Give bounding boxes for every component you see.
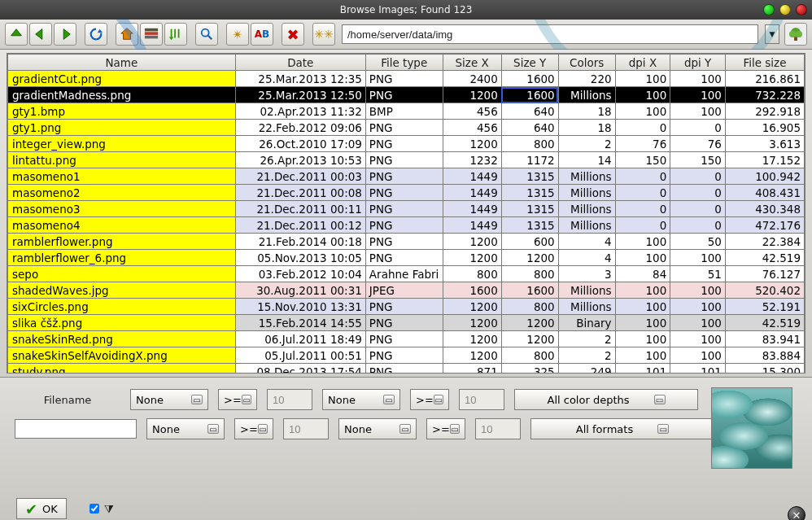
- cell-filetype[interactable]: PNG: [365, 364, 443, 374]
- cell-sizey[interactable]: 1600: [501, 71, 558, 87]
- cell-name[interactable]: study.png: [8, 364, 236, 374]
- table-row[interactable]: masomeno221.Dec.2011 00:08PNG14491315Mil…: [8, 185, 805, 201]
- cell-colors[interactable]: 2: [558, 331, 615, 347]
- cell-dpix[interactable]: 100: [615, 282, 670, 299]
- table-row[interactable]: study.png08.Dec.2013 17:54PNG87132524910…: [8, 364, 805, 374]
- cell-sizey[interactable]: 325: [501, 364, 558, 374]
- cell-sizey[interactable]: 800: [501, 347, 558, 364]
- cell-sizey[interactable]: 1172: [501, 152, 558, 168]
- cell-date[interactable]: 21.Dec.2011 00:11: [235, 201, 365, 217]
- delete-button[interactable]: ✖: [282, 23, 304, 46]
- cell-sizey[interactable]: 1315: [501, 217, 558, 234]
- cell-dpiy[interactable]: 0: [670, 201, 726, 217]
- cell-colors[interactable]: Millions: [558, 185, 615, 201]
- minimize-button[interactable]: [763, 4, 775, 15]
- col-sizey[interactable]: Size Y: [501, 55, 558, 71]
- cell-date[interactable]: 03.Feb.2012 10:04: [235, 266, 365, 282]
- ok-button[interactable]: ✔ OK: [16, 498, 67, 519]
- cell-colors[interactable]: Millions: [558, 282, 615, 299]
- col-date[interactable]: Date: [235, 55, 365, 71]
- cell-date[interactable]: 25.Mar.2013 12:50: [235, 87, 365, 103]
- cell-colors[interactable]: 249: [558, 364, 615, 374]
- cell-colors[interactable]: 3: [558, 266, 615, 282]
- close-window-button[interactable]: [796, 4, 807, 15]
- cell-filetype[interactable]: PNG: [365, 331, 443, 347]
- cell-filetype[interactable]: JPEG: [365, 282, 443, 299]
- cell-sizex[interactable]: 1449: [443, 168, 501, 185]
- cell-filetype[interactable]: PNG: [365, 315, 443, 331]
- cell-name[interactable]: integer_view.png: [8, 136, 236, 152]
- back-button[interactable]: [29, 23, 52, 46]
- filter3-value[interactable]: [283, 418, 329, 439]
- cell-dpix[interactable]: 100: [615, 71, 670, 87]
- cell-filetype[interactable]: PNG: [365, 299, 443, 315]
- cell-dpix[interactable]: 100: [615, 87, 670, 103]
- forward-button[interactable]: [54, 23, 76, 46]
- cell-dpiy[interactable]: 100: [670, 250, 726, 266]
- cell-name[interactable]: gty1.png: [8, 120, 236, 136]
- cell-name[interactable]: lintattu.png: [8, 152, 236, 168]
- cell-filesize[interactable]: 83.884: [725, 347, 804, 364]
- col-sizex[interactable]: Size X: [443, 55, 501, 71]
- cell-filesize[interactable]: 216.861: [725, 71, 804, 87]
- cell-name[interactable]: snakeSkinSelfAvoidingX.png: [8, 347, 236, 364]
- cell-dpix[interactable]: 84: [615, 266, 670, 282]
- cell-dpiy[interactable]: 76: [670, 136, 726, 152]
- filter1-field[interactable]: None▭: [130, 389, 208, 410]
- table-row[interactable]: gty1.bmp02.Apr.2013 11:32BMP456640181001…: [8, 103, 805, 120]
- cell-dpix[interactable]: 150: [615, 152, 670, 168]
- cell-dpiy[interactable]: 50: [670, 234, 726, 250]
- filter1-op[interactable]: >=▭: [218, 389, 257, 410]
- cell-filesize[interactable]: 732.228: [725, 87, 804, 103]
- cell-sizex[interactable]: 800: [443, 266, 501, 282]
- col-fsize[interactable]: File size: [725, 55, 804, 71]
- table-row[interactable]: gty1.png22.Feb.2012 09:06PNG456640180016…: [8, 120, 805, 136]
- cell-filesize[interactable]: 83.941: [725, 331, 804, 347]
- filter-checkbox[interactable]: [89, 504, 99, 513]
- cell-sizey[interactable]: 1315: [501, 185, 558, 201]
- table-row[interactable]: ramblerflower_6.png05.Nov.2013 10:05PNG1…: [8, 250, 805, 266]
- file-table[interactable]: Name Date File type Size X Size Y Colors…: [7, 54, 805, 374]
- cell-colors[interactable]: 4: [558, 250, 615, 266]
- cell-name[interactable]: shadedWaves.jpg: [8, 282, 236, 299]
- cell-date[interactable]: 08.Dec.2013 17:54: [235, 364, 365, 374]
- cell-sizey[interactable]: 600: [501, 234, 558, 250]
- cell-date[interactable]: 25.Mar.2013 12:35: [235, 71, 365, 87]
- table-row[interactable]: masomeno121.Dec.2011 00:03PNG14491315Mil…: [8, 168, 805, 185]
- cell-dpiy[interactable]: 0: [670, 168, 726, 185]
- cell-dpiy[interactable]: 100: [670, 87, 726, 103]
- cell-date[interactable]: 21.Dec.2011 00:08: [235, 185, 365, 201]
- cell-colors[interactable]: Millions: [558, 299, 615, 315]
- cell-filesize[interactable]: 292.918: [725, 103, 804, 120]
- cell-name[interactable]: masomeno4: [8, 217, 236, 234]
- format-filter[interactable]: All formats▭: [530, 418, 714, 439]
- cell-filetype[interactable]: BMP: [365, 103, 443, 120]
- cell-dpix[interactable]: 0: [615, 168, 670, 185]
- path-dropdown[interactable]: ▼: [765, 24, 779, 44]
- cell-filesize[interactable]: 42.519: [725, 250, 804, 266]
- cell-sizey[interactable]: 1200: [501, 315, 558, 331]
- cell-date[interactable]: 26.Apr.2013 10:53: [235, 152, 365, 168]
- cell-filetype[interactable]: PNG: [365, 234, 443, 250]
- filter4-field[interactable]: None▭: [338, 418, 417, 439]
- close-panel-button[interactable]: ✕: [788, 506, 805, 520]
- cell-name[interactable]: gty1.bmp: [8, 103, 236, 120]
- tree-icon[interactable]: [784, 23, 807, 46]
- cell-dpiy[interactable]: 100: [670, 347, 726, 364]
- table-row[interactable]: shadedWaves.jpg30.Aug.2011 00:31JPEG1600…: [8, 282, 805, 299]
- filter1-value[interactable]: [267, 389, 312, 410]
- cell-dpiy[interactable]: 100: [670, 282, 726, 299]
- cell-date[interactable]: 15.Nov.2010 13:31: [235, 299, 365, 315]
- cell-name[interactable]: sepo: [8, 266, 236, 282]
- color-depth-filter[interactable]: All color depths▭: [514, 389, 698, 410]
- cell-filesize[interactable]: 22.384: [725, 234, 804, 250]
- cell-filetype[interactable]: PNG: [365, 152, 443, 168]
- up-button[interactable]: [5, 23, 28, 46]
- cell-sizey[interactable]: 1600: [501, 282, 558, 299]
- cell-sizey[interactable]: 1600: [501, 87, 558, 103]
- cell-date[interactable]: 21.Dec.2011 00:12: [235, 217, 365, 234]
- cell-name[interactable]: sixCircles.png: [8, 299, 236, 315]
- cell-dpiy[interactable]: 0: [670, 217, 726, 234]
- cell-sizex[interactable]: 1200: [443, 347, 501, 364]
- cell-sizex[interactable]: 1600: [443, 282, 501, 299]
